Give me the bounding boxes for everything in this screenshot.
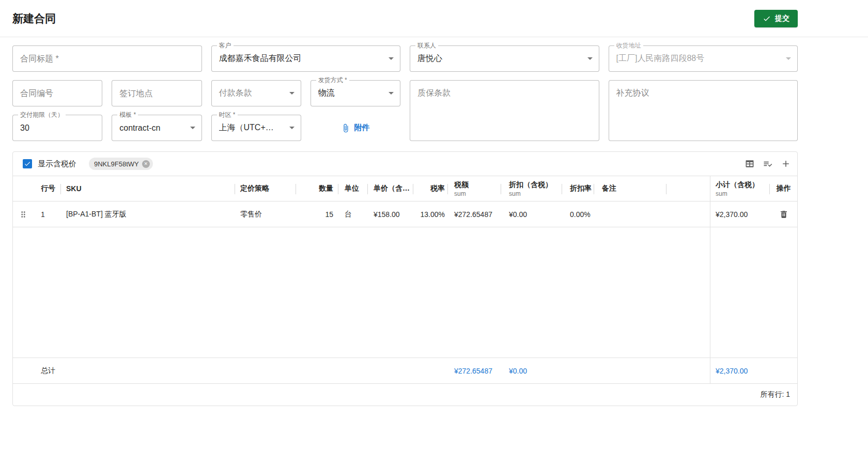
contract-title-input[interactable]: [20, 54, 195, 64]
col-header-filler: [667, 176, 710, 201]
chevron-down-icon: [190, 127, 195, 129]
delivery-method-value: 物流: [318, 88, 384, 99]
col-header-pricing[interactable]: 定价策略: [235, 176, 296, 201]
aggregation-label: sum: [716, 190, 727, 197]
drag-handle-icon[interactable]: [19, 210, 28, 219]
contact-select[interactable]: 联系人 唐悦心: [410, 45, 599, 72]
delivery-days-label: 交付期限（天）: [18, 111, 66, 119]
col-header-unit-price[interactable]: 单价（含…: [368, 176, 413, 201]
total-rows-count: 所有行: 1: [760, 390, 790, 399]
drag-column-header: [13, 176, 33, 201]
submit-button[interactable]: 提交: [754, 10, 798, 27]
delivery-days-input[interactable]: [20, 123, 96, 133]
col-header-tax-rate[interactable]: 税率: [413, 176, 448, 201]
cell-discount-rate[interactable]: 0.00%: [562, 201, 594, 227]
payment-terms-placeholder: 付款条款: [219, 88, 285, 99]
cell-remark[interactable]: [594, 201, 667, 227]
delivery-method-label: 发货方式 *: [316, 76, 349, 84]
col-header-tax-amount-label: 税额: [454, 180, 469, 190]
show-tax-label: 显示含税价: [38, 159, 76, 169]
template-select[interactable]: 模板 * contract-cn: [112, 115, 202, 141]
line-item-row[interactable]: 1 [BP-A1-BT] 蓝牙版 零售价 15 台 ¥158.00 13.00%…: [13, 201, 797, 227]
aggregation-label: sum: [509, 190, 521, 197]
col-header-qty[interactable]: 数量: [296, 176, 338, 201]
customer-select[interactable]: 客户 成都嘉禾食品有限公司: [211, 45, 401, 72]
supplement-textarea[interactable]: [609, 81, 798, 141]
cell-sku[interactable]: [BP-A1-BT] 蓝牙版: [61, 201, 235, 227]
page-title: 新建合同: [12, 11, 56, 26]
paperclip-icon: [341, 123, 350, 133]
col-header-subtotal-label: 小计（含税）: [716, 180, 759, 190]
signing-place-field[interactable]: [112, 80, 202, 106]
total-tax-amount: ¥272.65487: [448, 358, 501, 383]
col-header-discount-rate[interactable]: 折扣率: [562, 176, 594, 201]
chip-label: 9NKL9F58tWY: [94, 160, 139, 168]
chevron-down-icon: [786, 57, 791, 60]
cell-subtotal[interactable]: ¥2,370.00: [710, 201, 770, 227]
chevron-down-icon: [289, 127, 295, 129]
delete-row-button[interactable]: [779, 210, 788, 219]
signing-place-input[interactable]: [119, 89, 195, 98]
col-header-actions: 操作: [770, 176, 797, 201]
chevron-down-icon: [289, 92, 295, 95]
check-icon: [763, 14, 771, 23]
delivery-days-field[interactable]: 交付期限（天）: [12, 115, 102, 141]
shipping-address-label: 收货地址: [614, 42, 643, 50]
col-header-unit[interactable]: 单位: [338, 176, 368, 201]
warranty-field[interactable]: [410, 80, 599, 141]
new-contract-page: 新建合同 提交 客户 成都嘉禾食品有限公司 联系人 唐悦心 收货地址 [工厂: [0, 0, 868, 406]
cell-discount[interactable]: ¥0.00: [501, 201, 562, 227]
template-label: 模板 *: [117, 111, 138, 119]
payment-terms-select[interactable]: 付款条款: [211, 80, 301, 106]
chevron-down-icon: [389, 57, 394, 60]
cell-unit-price[interactable]: ¥158.00: [368, 201, 413, 227]
checkbox-checked-icon[interactable]: [23, 159, 32, 168]
cell-actions: [770, 201, 797, 227]
cell-row-no[interactable]: 1: [33, 201, 61, 227]
aggregation-label: sum: [454, 190, 466, 197]
total-discount: ¥0.00: [501, 358, 562, 383]
col-header-subtotal[interactable]: 小计（含税） sum: [710, 176, 770, 201]
col-header-discount[interactable]: 折扣（含税） sum: [501, 176, 562, 201]
submit-button-label: 提交: [775, 14, 789, 23]
cell-qty[interactable]: 15: [296, 201, 338, 227]
warranty-textarea[interactable]: [410, 81, 599, 141]
attachment-button[interactable]: 附件: [311, 115, 400, 141]
table-view-icon[interactable]: [745, 159, 755, 169]
grid-toolbar: 显示含税价 9NKL9F58tWY ✕: [13, 152, 797, 176]
shipping-address-select: 收货地址 [工厂]人民南路四段88号: [609, 45, 798, 72]
cell-unit[interactable]: 台: [338, 201, 368, 227]
line-items-card: 显示含税价 9NKL9F58tWY ✕ 行号 SKU 定价策略: [12, 151, 798, 406]
col-header-row-no[interactable]: 行号: [33, 176, 61, 201]
col-header-sku[interactable]: SKU: [61, 176, 235, 201]
cell-filler: [667, 201, 710, 227]
contract-title-field[interactable]: [12, 45, 202, 72]
attachment-label: 附件: [354, 123, 369, 133]
add-row-icon[interactable]: [781, 159, 791, 169]
supplement-field[interactable]: [609, 80, 798, 141]
contact-label: 联系人: [415, 42, 438, 50]
customer-label: 客户: [217, 42, 234, 50]
cell-tax-rate[interactable]: 13.00%: [413, 201, 448, 227]
chip-delete-icon[interactable]: ✕: [142, 160, 150, 168]
col-header-tax-amount[interactable]: 税额 sum: [448, 176, 501, 201]
timezone-label: 时区 *: [217, 111, 238, 119]
timezone-select[interactable]: 时区 * 上海（UTC+…: [211, 115, 301, 141]
col-header-remark[interactable]: 备注: [594, 176, 667, 201]
grid-empty-area: [13, 227, 797, 358]
delivery-method-select[interactable]: 发货方式 * 物流: [311, 80, 400, 106]
grid-footer: 所有行: 1: [13, 383, 797, 406]
total-label: 总计: [33, 358, 61, 383]
page-header: 新建合同 提交: [0, 0, 868, 37]
cell-pricing[interactable]: 零售价: [235, 201, 296, 227]
cell-tax-amount[interactable]: ¥272.65487: [448, 201, 501, 227]
grid-total-row: 总计 ¥272.65487 ¥0.00 ¥2,370.00: [13, 358, 797, 383]
contract-no-input[interactable]: [20, 89, 96, 98]
contract-form: 客户 成都嘉禾食品有限公司 联系人 唐悦心 收货地址 [工厂]人民南路四段88号…: [12, 45, 798, 141]
filter-chip[interactable]: 9NKL9F58tWY ✕: [89, 158, 153, 170]
contact-value: 唐悦心: [417, 53, 583, 64]
column-checklist-icon[interactable]: [763, 159, 773, 169]
show-tax-checkbox[interactable]: 显示含税价: [23, 159, 76, 169]
contract-no-field[interactable]: [12, 80, 102, 106]
shipping-address-value: [工厂]人民南路四段88号: [616, 53, 782, 64]
